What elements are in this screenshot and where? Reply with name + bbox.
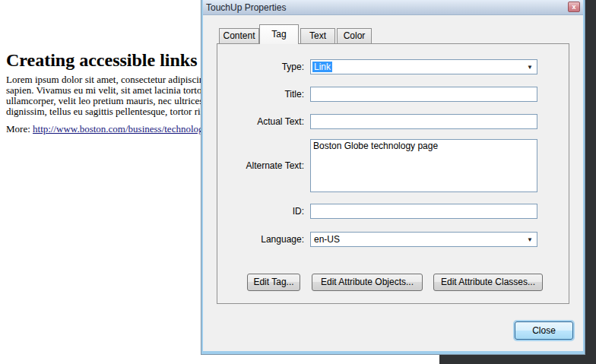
paragraph-line: ullamcorper, velit leo pretium mauris, n…	[6, 96, 216, 106]
tab-content[interactable]: Content	[219, 28, 259, 44]
tab-tag[interactable]: Tag	[259, 24, 299, 44]
document-heading: Creating accessible links	[6, 50, 198, 71]
language-label: Language:	[224, 232, 304, 247]
edit-attribute-classes-button[interactable]: Edit Attribute Classes...	[433, 274, 543, 291]
close-button[interactable]: Close	[515, 321, 573, 340]
tab-color[interactable]: Color	[337, 28, 372, 44]
language-selected-value: en-US	[314, 234, 340, 245]
paragraph-line: sapien. Vivamus eu mi velit, sit amet la…	[6, 85, 216, 96]
alternate-text-label: Alternate Text:	[224, 139, 304, 192]
dialog-titlebar[interactable]: TouchUp Properties x	[203, 0, 583, 15]
edit-attribute-objects-button[interactable]: Edit Attribute Objects...	[312, 274, 423, 291]
chevron-down-icon[interactable]: ▼	[527, 61, 533, 74]
actual-text-label: Actual Text:	[224, 114, 304, 129]
dialog-body: Content Tag Text Color Type: Link ▼ Titl…	[203, 15, 583, 351]
type-dropdown[interactable]: Link ▼	[310, 59, 537, 74]
id-label: ID:	[224, 204, 304, 219]
touchup-properties-dialog: TouchUp Properties x Content Tag Text Co…	[201, 0, 585, 355]
more-label: More:	[6, 123, 30, 135]
type-selected-value: Link	[312, 62, 332, 72]
document-paragraph: Lorem ipsum dolor sit amet, consectetur …	[6, 74, 216, 117]
chevron-down-icon[interactable]: ▼	[527, 233, 533, 247]
tab-text[interactable]: Text	[300, 28, 335, 44]
technology-link[interactable]: http://www.boston.com/business/technolog…	[33, 123, 211, 135]
edit-tag-button[interactable]: Edit Tag...	[247, 274, 300, 291]
close-icon[interactable]: x	[568, 2, 580, 12]
actual-text-input[interactable]	[310, 114, 537, 129]
language-dropdown[interactable]: en-US ▼	[310, 232, 537, 247]
title-input[interactable]	[310, 87, 537, 102]
alternate-text-textarea[interactable]: Boston Globe technology page	[310, 139, 537, 192]
type-label: Type:	[224, 59, 304, 74]
id-input[interactable]	[310, 204, 537, 219]
title-label: Title:	[224, 87, 304, 102]
dialog-title: TouchUp Properties	[206, 2, 286, 13]
paragraph-line: Lorem ipsum dolor sit amet, consectetur …	[6, 74, 216, 85]
more-line: More: http://www.boston.com/business/tec…	[6, 123, 211, 135]
paragraph-line: dignissim, tellus eu sagittis pellentesq…	[6, 106, 216, 117]
